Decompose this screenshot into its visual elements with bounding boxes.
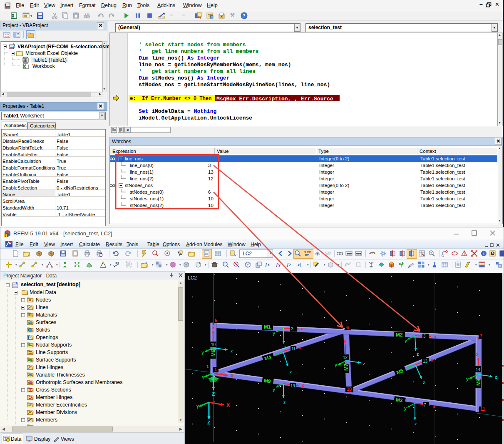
svg-text:Y: Y (201, 375, 205, 381)
svg-text:x: x (302, 383, 305, 388)
svg-text:M8: M8 (476, 379, 482, 386)
svg-text:x: x (344, 339, 347, 344)
svg-text:10: 10 (347, 387, 352, 392)
svg-text:Z: Z (212, 391, 215, 397)
svg-text:M1: M1 (264, 324, 271, 330)
svg-text:Y: Y (196, 404, 199, 410)
svg-text:y: y (273, 331, 276, 336)
svg-text:M3: M3 (395, 397, 403, 404)
svg-text:y: y (404, 406, 407, 411)
svg-text:X: X (226, 402, 230, 408)
svg-text:5: 5 (215, 318, 217, 323)
svg-text:LC2: LC2 (188, 275, 197, 281)
svg-text:14: 14 (476, 367, 481, 372)
svg-text:x: x (434, 334, 437, 339)
svg-text:11: 11 (291, 347, 296, 351)
svg-text:z: z (231, 348, 233, 353)
svg-text:x: x (299, 345, 302, 350)
svg-text:z: z (415, 421, 417, 426)
svg-text:Z: Z (207, 420, 210, 426)
svg-text:x: x (433, 404, 436, 409)
svg-text:y: y (273, 387, 276, 392)
svg-text:z: z (290, 369, 292, 374)
svg-text:13: 13 (423, 359, 428, 364)
svg-text:2: 2 (291, 327, 293, 331)
svg-text:y: y (201, 350, 204, 355)
svg-text:y: y (335, 362, 338, 367)
svg-text:7: 7 (424, 403, 426, 407)
svg-text:X: X (231, 373, 234, 379)
svg-text:z: z (417, 352, 419, 357)
svg-text:M7: M7 (343, 364, 349, 371)
svg-text:x: x (431, 357, 434, 362)
svg-text:z: z (363, 361, 365, 366)
svg-text:1: 1 (206, 364, 209, 369)
svg-text:z: z (495, 374, 497, 379)
svg-text:19: 19 (290, 384, 295, 388)
svg-text:M9: M9 (263, 378, 271, 384)
svg-text:x: x (300, 326, 303, 331)
svg-text:x: x (476, 352, 479, 357)
svg-text:y: y (466, 377, 469, 382)
svg-text:z: z (284, 345, 287, 350)
svg-text:1: 1 (214, 367, 217, 372)
svg-text:6: 6 (346, 325, 349, 330)
svg-text:x: x (212, 325, 215, 330)
svg-text:M2: M2 (396, 332, 403, 338)
svg-text:7: 7 (480, 333, 482, 338)
svg-text:z: z (423, 380, 425, 385)
svg-text:y: y (405, 338, 407, 343)
svg-text:3: 3 (423, 334, 426, 339)
svg-text:M6: M6 (211, 349, 216, 357)
svg-text:z: z (283, 400, 286, 405)
svg-text:10: 10 (211, 342, 216, 347)
svg-text:11: 11 (480, 407, 485, 412)
svg-text:12: 12 (343, 355, 348, 360)
